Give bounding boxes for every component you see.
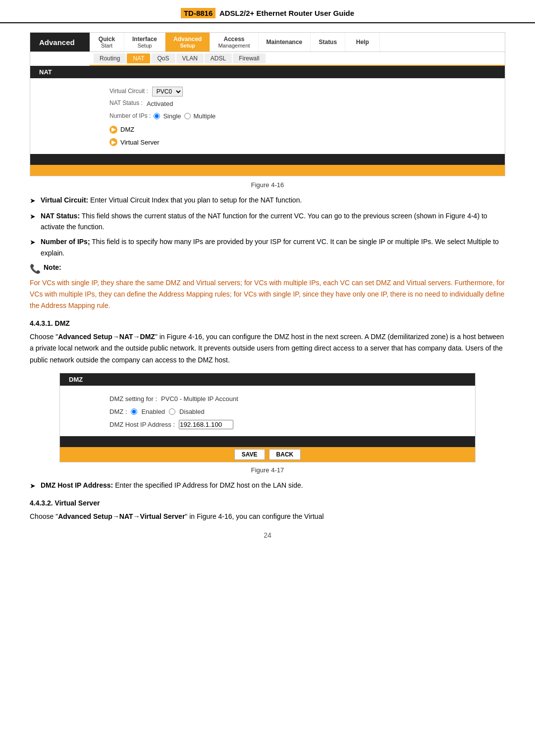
dmz-panel-footer: SAVE BACK: [60, 447, 475, 462]
dmz-disabled-label: Disabled: [179, 405, 205, 418]
dmz-link-label: DMZ: [120, 124, 134, 135]
router-ui-figure-16: Advanced Quick Start Interface Setup Adv…: [30, 32, 505, 176]
sub-nav-nat[interactable]: NAT: [127, 53, 150, 63]
nat-panel-black-footer: [30, 154, 505, 165]
figure-16-caption: Figure 4-16: [0, 181, 535, 189]
dmz-host-bullet-list: ➤ DMZ Host IP Address: Enter the specifi…: [30, 480, 505, 491]
bullet-text-2: Number of IPs; This field is to specify …: [41, 236, 505, 258]
virtual-circuit-row: Virtual Circuit : PVC0 PVC1 PVC2: [109, 86, 475, 97]
vs-link-label: Virtual Server: [120, 137, 160, 148]
page-header: TD-8816 ADSL2/2+ Ethernet Router User Gu…: [0, 0, 535, 23]
model-badge: TD-8816: [181, 8, 215, 18]
nat-panel-content: Virtual Circuit : PVC0 PVC1 PVC2 NAT Sta…: [30, 78, 505, 154]
dmz-host-bullet-section: ➤ DMZ Host IP Address: Enter the specifi…: [0, 480, 535, 522]
single-radio[interactable]: [154, 113, 160, 119]
nat-panel-footer: [30, 165, 505, 176]
bullet-list-section: ➤ Virtual Circuit: Enter Virtual Circuit…: [0, 195, 535, 366]
nav-item-advanced-setup[interactable]: Advanced Setup: [165, 33, 210, 51]
nat-status-label: NAT Status :: [109, 98, 143, 109]
multiple-label: Multiple: [194, 110, 216, 122]
dmz-enable-row: DMZ : Enabled Disabled: [109, 405, 455, 418]
nav-item-interface-setup[interactable]: Interface Setup: [124, 33, 165, 51]
bullet-dmz-host-ip: ➤ DMZ Host IP Address: Enter the specifi…: [30, 480, 505, 491]
dmz-section-para: Choose "Advanced Setup→NAT→DMZ" in Figur…: [30, 331, 505, 365]
sub-nav-firewall[interactable]: Firewall: [233, 53, 265, 63]
header-title: ADSL2/2+ Ethernet Router User Guide: [219, 9, 354, 17]
note-label: Note:: [44, 263, 61, 271]
note-section: 📞 Note:: [30, 263, 505, 274]
nav-item-help[interactable]: Help: [345, 33, 380, 51]
dmz-enabled-label: Enabled: [141, 405, 165, 418]
virtual-circuit-label: Virtual Circuit :: [109, 86, 148, 97]
dmz-panel-black-footer: [60, 436, 475, 447]
bullet-arrow-dmz: ➤: [30, 480, 36, 491]
dmz-setting-value: PVC0 - Multiple IP Account: [161, 393, 238, 405]
bullet-text-dmz: DMZ Host IP Address: Enter the specified…: [41, 480, 303, 491]
bullet-virtual-circuit: ➤ Virtual Circuit: Enter Virtual Circuit…: [30, 195, 505, 206]
back-button[interactable]: BACK: [269, 449, 301, 460]
sub-nav: Routing NAT QoS VLAN ADSL Firewall: [90, 52, 505, 66]
vs-arrow-icon: ▶: [109, 138, 117, 146]
bullet-number-of-ips: ➤ Number of IPs; This field is to specif…: [30, 236, 505, 258]
dmz-setting-row: DMZ setting for : PVC0 - Multiple IP Acc…: [109, 393, 455, 405]
bullet-arrow-1: ➤: [30, 211, 36, 222]
nav-item-access-management[interactable]: Access Management: [210, 33, 258, 51]
vs-section-heading: 4.4.3.2. Virtual Server: [30, 499, 505, 507]
bullet-arrow-2: ➤: [30, 237, 36, 248]
nat-status-value: Activated: [147, 98, 173, 109]
number-of-ips-label: Number of IPs :: [109, 111, 151, 122]
multiple-radio[interactable]: [184, 113, 191, 119]
nat-status-row: NAT Status : Activated: [109, 98, 475, 109]
nav-item-maintenance[interactable]: Maintenance: [259, 33, 311, 51]
save-button[interactable]: SAVE: [234, 449, 265, 460]
bullet-text-0: Virtual Circuit: Enter Virtual Circuit I…: [41, 195, 302, 205]
note-text: For VCs with single IP, they share the s…: [30, 277, 505, 311]
page-number: 24: [0, 531, 535, 539]
router-ui-figure-17: DMZ DMZ setting for : PVC0 - Multiple IP…: [59, 373, 476, 462]
number-of-ips-row: Number of IPs : Single Multiple: [109, 110, 475, 122]
sub-nav-routing[interactable]: Routing: [94, 53, 126, 63]
bullet-arrow-0: ➤: [30, 195, 36, 206]
virtual-server-link[interactable]: ▶ Virtual Server: [109, 137, 160, 148]
figure-17-caption: Figure 4-17: [0, 466, 535, 474]
sub-nav-vlan[interactable]: VLAN: [176, 53, 204, 63]
dmz-panel-title: DMZ: [60, 373, 475, 386]
dmz-section-heading: 4.4.3.1. DMZ: [30, 319, 505, 327]
vs-section-para: Choose "Advanced Setup→NAT→Virtual Serve…: [30, 511, 505, 522]
dmz-host-ip-row: DMZ Host IP Address :: [109, 418, 455, 431]
note-icon: 📞: [30, 263, 41, 274]
virtual-server-link-row: ▶ Virtual Server: [109, 137, 475, 148]
bullet-text-1: NAT Status: This field shows the current…: [41, 210, 505, 233]
dmz-arrow-icon: ▶: [109, 126, 117, 134]
sub-nav-qos[interactable]: QoS: [151, 53, 175, 63]
nav-items: Quick Start Interface Setup Advanced Set…: [90, 33, 505, 51]
sub-nav-adsl[interactable]: ADSL: [205, 53, 232, 63]
dmz-disabled-radio[interactable]: [169, 408, 175, 415]
dmz-label: DMZ :: [109, 405, 127, 418]
dmz-enabled-radio[interactable]: [131, 408, 137, 415]
nav-item-status[interactable]: Status: [311, 33, 345, 51]
dmz-host-ip-label: DMZ Host IP Address :: [109, 418, 175, 431]
nat-panel-title: NAT: [30, 66, 505, 78]
dmz-host-ip-input[interactable]: [179, 420, 233, 429]
nav-bar: Advanced Quick Start Interface Setup Adv…: [30, 33, 505, 52]
dmz-panel-content: DMZ setting for : PVC0 - Multiple IP Acc…: [60, 386, 475, 436]
bullet-list: ➤ Virtual Circuit: Enter Virtual Circuit…: [30, 195, 505, 258]
nav-brand: Advanced: [30, 33, 90, 51]
dmz-link-row: ▶ DMZ: [109, 124, 475, 135]
nav-item-quick-start[interactable]: Quick Start: [90, 33, 124, 51]
dmz-setting-label: DMZ setting for :: [109, 393, 157, 405]
bullet-nat-status: ➤ NAT Status: This field shows the curre…: [30, 210, 505, 233]
dmz-link[interactable]: ▶ DMZ: [109, 124, 134, 135]
single-label: Single: [163, 110, 181, 122]
virtual-circuit-select[interactable]: PVC0 PVC1 PVC2: [152, 87, 183, 97]
